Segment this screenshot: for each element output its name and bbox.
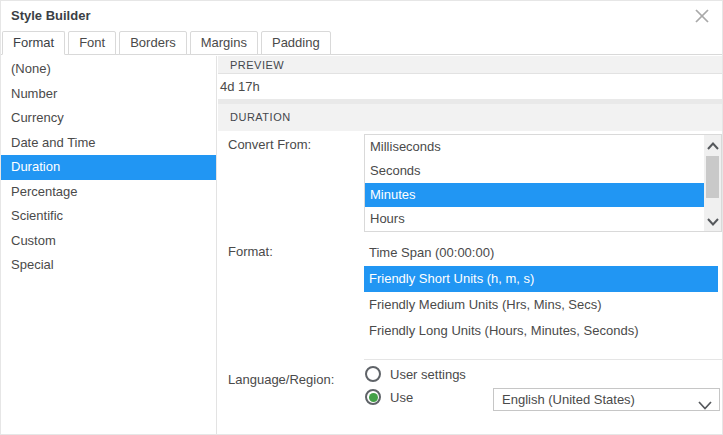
dialog-body: (None) Number Currency Date and Time Dur… [1, 56, 722, 434]
sidebar-item-date-and-time[interactable]: Date and Time [1, 131, 216, 156]
format-option-friendly-medium[interactable]: Friendly Medium Units (Hrs, Mins, Secs) [364, 292, 718, 318]
scroll-up-button[interactable] [704, 135, 721, 155]
sidebar-item-none[interactable]: (None) [1, 57, 216, 82]
sidebar-item-duration[interactable]: Duration [1, 155, 216, 180]
language-dropdown-value: English (United States) [502, 392, 635, 407]
sidebar-item-special[interactable]: Special [1, 253, 216, 278]
format-label: Format: [228, 244, 273, 259]
scrollbar-thumb[interactable] [706, 156, 719, 198]
category-sidebar: (None) Number Currency Date and Time Dur… [1, 56, 217, 434]
tab-borders[interactable]: Borders [119, 31, 187, 55]
sidebar-item-scientific[interactable]: Scientific [1, 204, 216, 229]
convert-from-option-hours[interactable]: Hours [365, 207, 704, 231]
convert-from-option-seconds[interactable]: Seconds [365, 159, 704, 183]
format-option-friendly-long[interactable]: Friendly Long Units (Hours, Minutes, Sec… [364, 318, 718, 344]
listbox-scrollbar[interactable] [704, 135, 721, 231]
radio-use-label: Use [390, 390, 413, 405]
close-button[interactable] [694, 8, 710, 24]
dialog-title: Style Builder [11, 8, 90, 23]
preview-section-header: PREVIEW [218, 56, 722, 74]
format-panel: PREVIEW 4d 17h DURATION Convert From: Mi… [218, 56, 722, 434]
convert-from-options: Milliseconds Seconds Minutes Hours [365, 135, 704, 231]
radio-unselected-icon[interactable] [365, 366, 381, 382]
scroll-down-button[interactable] [704, 211, 721, 231]
convert-from-label: Convert From: [228, 137, 311, 152]
convert-from-option-milliseconds[interactable]: Milliseconds [365, 135, 704, 159]
chevron-down-icon [707, 214, 719, 229]
tab-font[interactable]: Font [68, 31, 116, 55]
format-list: Time Span (00:00:00) Friendly Short Unit… [364, 240, 718, 344]
sidebar-item-percentage[interactable]: Percentage [1, 180, 216, 205]
convert-from-listbox: Milliseconds Seconds Minutes Hours [364, 134, 722, 232]
radio-user-settings-label: User settings [390, 367, 466, 382]
radio-selected-icon[interactable] [365, 389, 381, 405]
close-icon [694, 8, 710, 24]
sidebar-item-number[interactable]: Number [1, 82, 216, 107]
language-dropdown[interactable]: English (United States) [493, 388, 720, 411]
duration-section-header: DURATION [218, 104, 722, 131]
tab-margins[interactable]: Margins [190, 31, 258, 55]
radio-use[interactable]: Use [365, 389, 413, 405]
title-bar: Style Builder [1, 1, 722, 31]
format-section-separator [364, 359, 722, 360]
radio-user-settings[interactable]: User settings [365, 366, 466, 382]
tab-format[interactable]: Format [2, 31, 65, 55]
convert-from-option-minutes[interactable]: Minutes [365, 183, 704, 207]
sidebar-item-custom[interactable]: Custom [1, 229, 216, 254]
format-option-time-span[interactable]: Time Span (00:00:00) [364, 240, 718, 266]
format-option-friendly-short[interactable]: Friendly Short Units (h, m, s) [364, 266, 718, 292]
preview-value: 4d 17h [218, 75, 722, 99]
chevron-down-icon [698, 395, 712, 416]
chevron-up-icon [707, 138, 719, 153]
tab-bar: Format Font Borders Margins Padding [1, 31, 722, 55]
sidebar-item-currency[interactable]: Currency [1, 106, 216, 131]
style-builder-dialog: { "window": { "title": "Style Builder" }… [0, 0, 723, 435]
language-region-label: Language/Region: [228, 372, 334, 387]
tab-padding[interactable]: Padding [261, 31, 331, 55]
